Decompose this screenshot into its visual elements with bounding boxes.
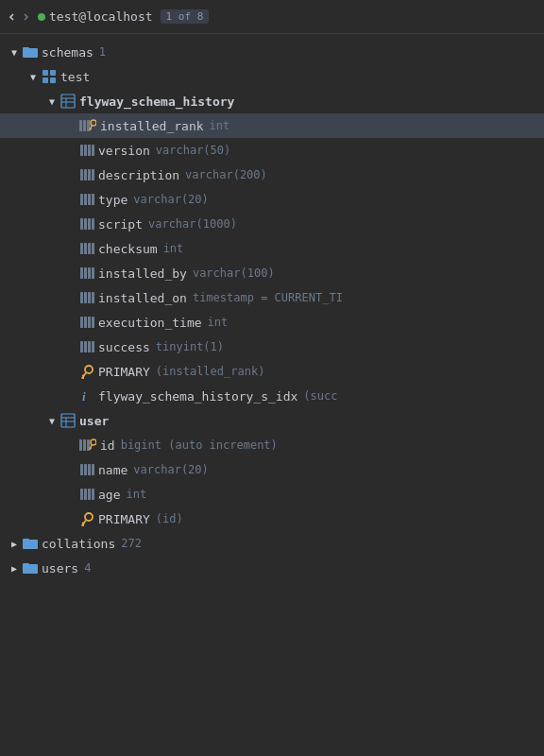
type-type: varchar(20) [133, 193, 208, 206]
column-icon-success [79, 339, 94, 354]
tree-item-collations[interactable]: collations 272 [0, 531, 544, 556]
column-key-icon-installed-rank [79, 118, 96, 133]
svg-rect-16 [80, 145, 83, 156]
svg-rect-25 [84, 194, 87, 205]
column-key-icon-id [79, 438, 96, 453]
svg-rect-23 [92, 169, 94, 180]
svg-rect-45 [84, 317, 87, 328]
svg-rect-69 [88, 464, 91, 475]
folder-icon-collations [23, 537, 38, 550]
tree-item-users[interactable]: users 4 [0, 556, 544, 580]
svg-rect-21 [84, 169, 87, 180]
tree-item-test[interactable]: test [0, 64, 544, 89]
svg-rect-43 [92, 292, 94, 303]
svg-rect-18 [88, 145, 91, 156]
svg-rect-61 [79, 439, 82, 451]
svg-rect-36 [80, 267, 83, 279]
tree-item-script[interactable]: script varchar(1000) [0, 212, 544, 236]
svg-rect-47 [92, 317, 94, 328]
tree-item-execution-time[interactable]: execution_time int [0, 310, 544, 335]
tree-item-installed-on[interactable]: installed_on timestamp = CURRENT_TI [0, 285, 544, 310]
execution-time-label: execution_time [98, 316, 202, 330]
svg-rect-73 [88, 489, 91, 500]
user-label: user [79, 414, 109, 428]
arrow-schemas [8, 45, 21, 59]
back-icon[interactable] [8, 12, 17, 22]
arrow-users [8, 561, 21, 575]
flyway-idx-type: (succ [303, 389, 337, 403]
column-icon-script [79, 216, 94, 232]
svg-rect-26 [88, 194, 91, 205]
success-type: tinyint(1) [156, 340, 224, 353]
tree-item-age[interactable]: age int [0, 482, 544, 507]
arrow-user [45, 414, 59, 427]
tree-item-type[interactable]: type varchar(20) [0, 187, 544, 212]
tree-item-success[interactable]: success tinyint(1) [0, 335, 544, 359]
age-label: age [98, 488, 120, 502]
arrow-collations [8, 537, 21, 550]
primary1-label: PRIMARY [98, 365, 150, 379]
header-bar: test@localhost 1 of 8 [0, 0, 544, 34]
tree-item-flyway[interactable]: flyway_schema_history [0, 89, 544, 113]
schema-icon-test [42, 69, 57, 84]
svg-rect-20 [80, 169, 83, 180]
svg-rect-32 [80, 243, 83, 254]
header-icons [8, 12, 30, 22]
folder-icon-users [23, 561, 38, 575]
tree-item-flyway-idx[interactable]: i flyway_schema_history_s_idx (succ [0, 384, 544, 408]
installed-rank-label: installed_rank [100, 119, 204, 133]
svg-rect-10 [79, 120, 82, 131]
svg-rect-22 [88, 169, 91, 180]
primary2-label: PRIMARY [98, 512, 150, 526]
script-type: varchar(1000) [148, 217, 237, 231]
svg-rect-5 [50, 77, 56, 83]
column-icon-execution-time [79, 315, 94, 330]
primary2-type: (id) [156, 512, 183, 525]
svg-rect-57 [61, 414, 75, 427]
tree-item-version[interactable]: version varchar(50) [0, 138, 544, 163]
svg-rect-17 [84, 145, 87, 156]
forward-icon[interactable] [21, 12, 30, 22]
tree-item-user[interactable]: user [0, 408, 544, 433]
svg-rect-37 [84, 267, 87, 279]
description-type: varchar(200) [185, 168, 267, 181]
tree-item-checksum[interactable]: checksum int [0, 236, 544, 261]
tree-item-installed-by[interactable]: installed_by varchar(100) [0, 261, 544, 285]
svg-rect-40 [80, 292, 83, 303]
id-label: id [100, 438, 115, 453]
key-icon-primary1 [79, 364, 94, 379]
svg-rect-49 [84, 341, 87, 352]
column-icon-type [79, 192, 94, 207]
success-label: success [98, 340, 150, 354]
folder-icon-schemas [23, 45, 38, 59]
svg-rect-80 [23, 539, 29, 541]
tree-item-description[interactable]: description varchar(200) [0, 163, 544, 187]
pagination-text: 1 of 8 [166, 10, 204, 23]
svg-rect-67 [80, 464, 83, 475]
tree-item-id[interactable]: id bigint (auto increment) [0, 433, 544, 457]
svg-rect-35 [92, 243, 94, 254]
svg-rect-72 [84, 489, 87, 500]
svg-point-64 [91, 439, 96, 445]
tree-item-schemas[interactable]: schemas 1 [0, 40, 544, 64]
svg-point-52 [85, 366, 93, 373]
svg-rect-2 [42, 70, 48, 76]
table-icon-user [60, 413, 76, 428]
tree-item-primary2[interactable]: PRIMARY (id) [0, 507, 544, 531]
svg-rect-48 [80, 341, 83, 352]
column-icon-installed-by [79, 266, 94, 281]
column-icon-age [79, 487, 94, 502]
svg-rect-50 [88, 341, 91, 352]
installed-by-label: installed_by [98, 266, 187, 281]
installed-on-type: timestamp = CURRENT_TI [193, 291, 343, 304]
column-icon-version [79, 143, 94, 158]
tree-item-name[interactable]: name varchar(20) [0, 457, 544, 482]
schemas-count: 1 [99, 45, 106, 59]
tree-item-primary1[interactable]: PRIMARY (installed_rank) [0, 359, 544, 384]
svg-rect-11 [83, 120, 86, 131]
connection-status-dot [38, 13, 45, 21]
tree-item-installed-rank[interactable]: installed_rank int [0, 113, 544, 138]
test-label: test [60, 70, 90, 84]
svg-rect-31 [92, 218, 94, 230]
name-label: name [98, 463, 128, 477]
